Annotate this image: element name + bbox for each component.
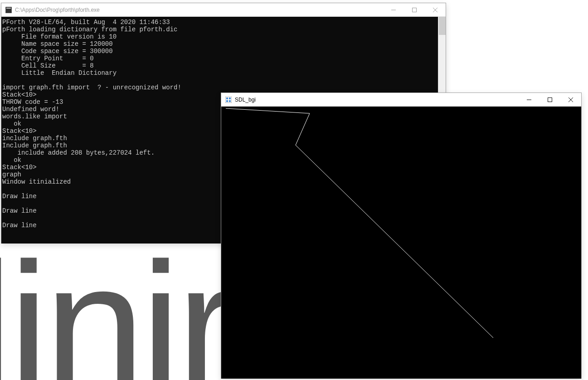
- minimize-button[interactable]: [519, 93, 539, 106]
- svg-rect-10: [229, 100, 231, 102]
- svg-rect-8: [229, 97, 231, 99]
- graphics-canvas[interactable]: [221, 107, 581, 379]
- minimize-button[interactable]: [383, 3, 404, 16]
- graphics-window-controls: [519, 93, 581, 106]
- console-app-icon: [5, 6, 12, 14]
- svg-rect-12: [548, 97, 552, 102]
- drawn-lines: [221, 107, 581, 379]
- graphics-titlebar[interactable]: SDL_bgi: [221, 93, 581, 107]
- maximize-button[interactable]: [404, 3, 425, 16]
- maximize-button[interactable]: [539, 93, 560, 106]
- graphics-app-icon: [225, 96, 232, 103]
- svg-rect-7: [226, 97, 228, 99]
- console-titlebar[interactable]: C:\Apps\Doc\Prog\pforth\pforth.exe: [1, 3, 446, 17]
- console-scrollbar-thumb[interactable]: [439, 17, 446, 35]
- console-title: C:\Apps\Doc\Prog\pforth\pforth.exe: [15, 7, 383, 13]
- svg-rect-9: [226, 100, 228, 102]
- close-button[interactable]: [425, 3, 446, 16]
- svg-rect-3: [413, 8, 417, 12]
- close-button[interactable]: [560, 93, 581, 106]
- graphics-window: SDL_bgi: [221, 93, 582, 379]
- polyline: [226, 108, 493, 338]
- background-text: linir: [0, 236, 232, 380]
- graphics-title: SDL_bgi: [235, 97, 519, 103]
- console-text: PForth V28-LE/64, built Aug 4 2020 11:46…: [2, 19, 181, 229]
- svg-rect-1: [6, 8, 11, 9]
- console-window-controls: [383, 3, 446, 16]
